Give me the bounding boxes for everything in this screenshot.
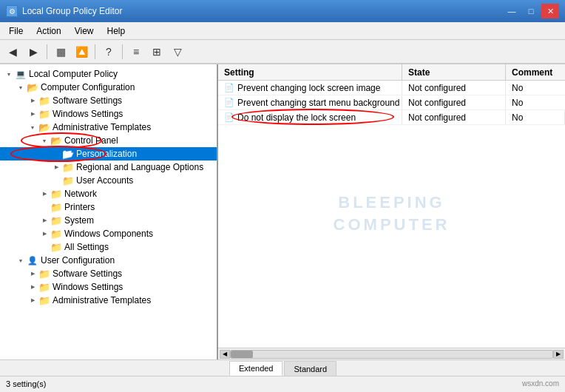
- expander-computer-config[interactable]: [15, 81, 27, 93]
- toolbar-separator-3: [122, 44, 123, 59]
- expander-control-panel[interactable]: [38, 135, 50, 146]
- menu-view[interactable]: View: [69, 23, 100, 39]
- tree-item-software-settings[interactable]: Software Settings: [0, 94, 217, 107]
- policy-row-3[interactable]: Do not display the lock screen Not confi…: [218, 110, 565, 125]
- policy-comment-2: No: [506, 95, 565, 109]
- expander-user-software[interactable]: [27, 268, 38, 280]
- settings-count: 3 setting(s): [6, 379, 46, 388]
- policy-state-2: Not configured: [402, 95, 506, 109]
- maximize-button[interactable]: □: [522, 4, 540, 18]
- up-button[interactable]: 🔼: [72, 43, 91, 61]
- col-header-state[interactable]: State: [402, 64, 506, 80]
- scrollbar-thumb: [231, 351, 253, 358]
- open-folder-icon-control-panel: [50, 135, 62, 146]
- tree-label-computer-configuration: Computer Configuration: [41, 82, 135, 92]
- tree-item-control-panel[interactable]: Control Panel: [0, 134, 217, 147]
- tree-label-software-settings: Software Settings: [53, 95, 122, 106]
- open-folder-icon-admin-templates: [38, 121, 50, 133]
- tree-item-user-admin-templates[interactable]: Administrative Templates: [0, 294, 217, 307]
- expander-user-admin[interactable]: [27, 294, 38, 306]
- policy-row-1[interactable]: Prevent changing lock screen image Not c…: [218, 81, 565, 95]
- tree-item-windows-components[interactable]: Windows Components: [0, 227, 217, 240]
- policy-state-3: Not configured: [402, 110, 506, 124]
- tree-item-windows-settings[interactable]: Windows Settings: [0, 107, 217, 121]
- open-folder-icon-personalization: [62, 148, 74, 160]
- expander-personalization: [50, 148, 62, 160]
- menu-file[interactable]: File: [3, 23, 29, 39]
- tree-item-personalization[interactable]: Personalization: [0, 147, 217, 160]
- folder-icon-all-settings: [50, 241, 62, 253]
- policy-state-1: Not configured: [402, 81, 506, 95]
- folder-icon-network: [50, 188, 62, 200]
- back-button[interactable]: ◀: [3, 43, 22, 61]
- open-folder-icon-computer-config: [27, 81, 38, 93]
- menu-bar: File Action View Help: [0, 22, 565, 40]
- expander-windows-settings[interactable]: [27, 108, 38, 120]
- expander-network[interactable]: [38, 188, 50, 200]
- close-button[interactable]: ✕: [541, 4, 559, 18]
- scroll-right-button[interactable]: ▶: [553, 350, 564, 359]
- tree-item-user-windows-settings[interactable]: Windows Settings: [0, 280, 217, 294]
- policy-row-2[interactable]: Prevent changing start menu background N…: [218, 95, 565, 110]
- expander-user-accounts: [50, 175, 62, 186]
- folder-icon-user-windows: [38, 281, 50, 293]
- window-title: Local Group Policy Editor: [22, 6, 122, 16]
- expander-local-computer[interactable]: [3, 68, 15, 80]
- tree-label-administrative-templates: Administrative Templates: [53, 122, 151, 132]
- expander-all-settings: [38, 241, 50, 253]
- minimize-button[interactable]: —: [503, 4, 521, 18]
- expander-user-config[interactable]: [15, 254, 27, 266]
- forward-button[interactable]: ▶: [24, 43, 43, 61]
- folder-icon-windows-settings: [38, 108, 50, 120]
- horizontal-scrollbar[interactable]: [230, 350, 553, 359]
- column-headers: Setting State Comment: [218, 64, 565, 81]
- policy-setting-3: Do not display the lock screen: [218, 110, 402, 124]
- tree-item-network[interactable]: Network: [0, 187, 217, 200]
- tree-item-user-software-settings[interactable]: Software Settings: [0, 267, 217, 280]
- tree-item-system[interactable]: System: [0, 214, 217, 227]
- tree-item-user-accounts[interactable]: User Accounts: [0, 174, 217, 187]
- expander-admin-templates[interactable]: [27, 121, 38, 133]
- title-bar-left: ⚙ Local Group Policy Editor: [6, 5, 122, 17]
- expander-regional[interactable]: [50, 161, 62, 173]
- toolbar-separator-2: [95, 44, 95, 59]
- policy-icon-3: [224, 112, 234, 123]
- app-icon: ⚙: [6, 5, 18, 17]
- expander-software-settings[interactable]: [27, 95, 38, 107]
- tree-item-computer-configuration[interactable]: Computer Configuration: [0, 81, 217, 94]
- tree-item-printers[interactable]: Printers: [0, 200, 217, 214]
- tree-label-windows-components: Windows Components: [64, 229, 153, 239]
- col-header-comment[interactable]: Comment: [506, 64, 565, 80]
- folder-icon-printers: [50, 201, 62, 213]
- folder-icon-user-accounts: [62, 175, 74, 186]
- show-hide-tree-button[interactable]: ▦: [51, 43, 70, 61]
- policy-setting-2: Prevent changing start menu background: [218, 95, 402, 109]
- tree-label-printers: Printers: [64, 202, 95, 212]
- menu-help[interactable]: Help: [101, 23, 132, 39]
- tree-label-user-configuration: User Configuration: [41, 255, 115, 266]
- expander-system[interactable]: [38, 214, 50, 226]
- scroll-left-button[interactable]: ◀: [220, 350, 230, 359]
- tree-item-local-computer-policy[interactable]: Local Computer Policy: [0, 67, 217, 81]
- user-icon-user-config: [27, 254, 38, 266]
- col-header-setting[interactable]: Setting: [218, 64, 402, 80]
- tree-item-user-configuration[interactable]: User Configuration: [0, 254, 217, 267]
- filter-button[interactable]: ▽: [168, 43, 187, 61]
- folder-icon-regional: [62, 161, 74, 173]
- expander-user-windows[interactable]: [27, 281, 38, 293]
- help-button[interactable]: ?: [99, 43, 118, 61]
- toolbar: ◀ ▶ ▦ 🔼 ? ≡ ⊞ ▽: [0, 40, 565, 64]
- view-list-button[interactable]: ≡: [126, 43, 146, 61]
- tree-item-regional-language[interactable]: Regional and Language Options: [0, 160, 217, 174]
- folder-icon-user-admin: [38, 294, 50, 306]
- tree-item-administrative-templates[interactable]: Administrative Templates: [0, 121, 217, 134]
- menu-action[interactable]: Action: [30, 23, 67, 39]
- tab-standard[interactable]: Standard: [284, 361, 336, 376]
- folder-icon-software-settings: [38, 95, 50, 107]
- view-detail-button[interactable]: ⊞: [147, 43, 166, 61]
- tree-item-all-settings[interactable]: All Settings: [0, 240, 217, 254]
- right-pane: Setting State Comment BLEEPING COMPUTER …: [218, 64, 565, 359]
- title-bar-controls: — □ ✕: [503, 4, 559, 18]
- expander-windows-components[interactable]: [38, 228, 50, 240]
- tab-extended[interactable]: Extended: [229, 361, 282, 376]
